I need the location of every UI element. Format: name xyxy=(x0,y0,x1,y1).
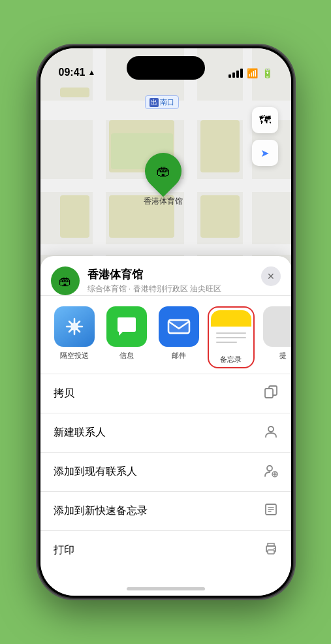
add-existing-label: 添加到现有联系人 xyxy=(54,465,137,479)
share-row: 隔空投送 信息 xyxy=(40,296,291,374)
share-item-mail[interactable]: 邮件 xyxy=(155,306,202,368)
more-icon xyxy=(263,306,291,347)
share-item-message[interactable]: 信息 xyxy=(103,306,150,368)
action-row-add-existing[interactable]: 添加到现有联系人 xyxy=(40,453,291,492)
venue-icon: 🏟 xyxy=(51,266,80,295)
new-contact-icon xyxy=(264,424,278,442)
map-entrance-label: 出 南口 xyxy=(145,95,179,109)
add-notes-label: 添加到新快速备忘录 xyxy=(54,504,148,518)
close-button[interactable]: ✕ xyxy=(261,266,281,286)
print-label: 打印 xyxy=(54,543,74,557)
bottom-sheet: 🏟 香港体育馆 综合体育馆 · 香港特别行政区 油尖旺区 ✕ xyxy=(40,256,291,596)
action-row-new-contact[interactable]: 新建联系人 xyxy=(40,413,291,453)
location-button[interactable]: ➤ xyxy=(252,140,278,166)
location-arrow-icon: ▲ xyxy=(87,68,95,77)
action-row-add-notes[interactable]: 添加到新快速备忘录 xyxy=(40,492,291,531)
sheet-header: 🏟 香港体育馆 综合体育馆 · 香港特别行政区 油尖旺区 ✕ xyxy=(40,256,291,295)
notes-icon xyxy=(211,310,251,351)
svg-point-6 xyxy=(267,466,272,471)
notes-lines xyxy=(216,332,246,343)
new-contact-label: 新建联系人 xyxy=(54,426,106,440)
share-item-notes[interactable]: 备忘录 xyxy=(208,306,255,368)
stadium-pin: 🏟 香港体育馆 xyxy=(144,153,183,207)
map-type-icon: 🗺 xyxy=(259,114,271,127)
map-type-button[interactable]: 🗺 xyxy=(252,107,278,133)
map-controls: 🗺 ➤ xyxy=(252,107,278,166)
home-indicator xyxy=(127,587,205,590)
dynamic-island xyxy=(127,56,205,80)
svg-rect-4 xyxy=(265,389,273,398)
notes-label: 备忘录 xyxy=(220,355,242,364)
status-time: 09:41 xyxy=(59,67,86,78)
copy-icon xyxy=(264,385,278,402)
mail-label: 邮件 xyxy=(172,351,186,361)
airdrop-icon xyxy=(54,306,95,347)
location-icon: ➤ xyxy=(260,147,269,159)
battery-icon: 🔋 xyxy=(262,68,273,78)
add-notes-icon xyxy=(264,502,278,520)
copy-label: 拷贝 xyxy=(54,387,74,400)
venue-name: 香港体育馆 xyxy=(87,267,281,282)
mail-icon xyxy=(159,306,199,347)
action-row-copy[interactable]: 拷贝 xyxy=(40,374,291,413)
pin-label: 香港体育馆 xyxy=(144,196,183,207)
add-existing-icon xyxy=(264,463,278,481)
svg-rect-15 xyxy=(268,550,274,554)
print-icon xyxy=(264,541,278,559)
airdrop-label: 隔空投送 xyxy=(60,351,89,361)
more-label: 提 xyxy=(279,351,287,361)
phone-frame: 09:41 ▲ 📶 🔋 xyxy=(39,46,293,598)
message-label: 信息 xyxy=(119,351,134,361)
signal-icon xyxy=(229,69,243,78)
pin-icon: 🏟 xyxy=(137,145,189,197)
svg-point-5 xyxy=(268,427,274,432)
share-item-airdrop[interactable]: 隔空投送 xyxy=(51,306,98,368)
phone-inner: 09:41 ▲ 📶 🔋 xyxy=(40,48,291,596)
stadium-icon: 🏟 xyxy=(156,163,170,180)
wifi-icon: 📶 xyxy=(247,68,258,78)
svg-rect-1 xyxy=(168,319,189,334)
action-row-print[interactable]: 打印 xyxy=(40,531,291,570)
venue-emoji: 🏟 xyxy=(59,274,72,289)
message-icon xyxy=(106,306,147,347)
venue-info: 香港体育馆 综合体育馆 · 香港特别行政区 油尖旺区 xyxy=(87,267,281,295)
svg-point-16 xyxy=(274,548,275,549)
venue-description: 综合体育馆 · 香港特别行政区 油尖旺区 xyxy=(87,283,281,295)
share-item-more[interactable]: 提 xyxy=(260,306,291,368)
